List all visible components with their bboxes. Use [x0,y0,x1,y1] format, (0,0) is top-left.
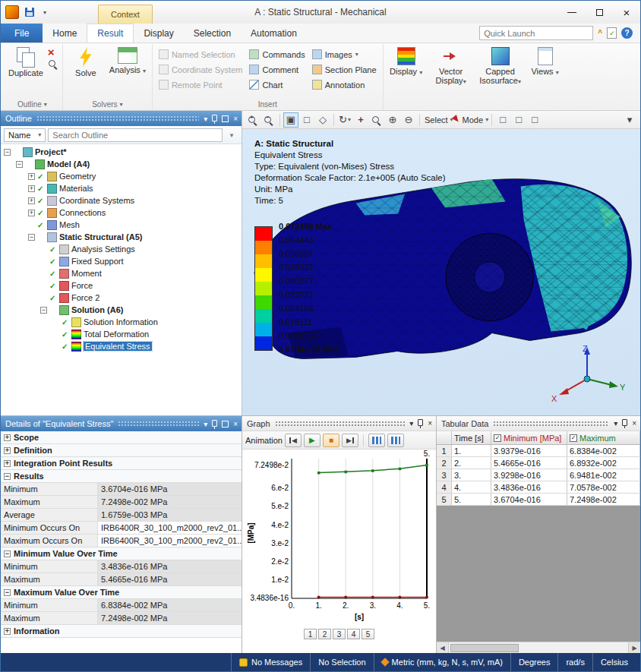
close-icon[interactable]: × [233,115,238,123]
tree-item-analysis-settings[interactable]: ✓Analysis Settings [1,243,242,255]
float-panel-icon[interactable] [222,115,229,122]
tab-result[interactable]: Result [87,24,134,43]
maximum-column-header[interactable]: ✓Maximum [567,431,640,444]
details-property-row[interactable]: Maximum7.2498e-002 MPa [1,496,242,509]
scroll-right-icon[interactable]: ▶ [628,642,640,653]
delete-button[interactable]: × [48,47,58,58]
details-category-row[interactable]: Definition [1,444,242,457]
page-button-2[interactable]: 2 [318,629,331,639]
panel-menu-icon[interactable]: ▾ [204,420,207,428]
expander-icon[interactable] [4,434,11,441]
play-button[interactable]: ▶ [304,434,320,447]
toolbar-overflow-icon[interactable]: ▾ [622,112,637,128]
tree-item-force-2[interactable]: ✓Force 2 [1,292,242,304]
quick-access-dropdown[interactable]: ▾ [37,5,52,20]
save-button[interactable] [22,5,37,20]
rotate-button[interactable]: ↻▾ [337,112,352,128]
skip-to-start-button[interactable]: ◀ [285,434,302,447]
tabular-panel-header[interactable]: Tabular Data ▾ × [437,416,640,431]
expander-icon[interactable] [4,551,11,557]
panel-menu-icon[interactable]: ▾ [409,419,413,427]
graphics-view[interactable]: A: Static Structural Equivalent Stress T… [242,129,640,415]
quick-launch-input[interactable] [479,26,593,40]
details-property-row[interactable]: Minimum6.8384e-002 MPa [1,599,242,612]
details-property-row[interactable]: Minimum3.4836e-016 MPa [1,560,242,573]
page-button-1[interactable]: 1 [304,629,317,639]
expander-icon[interactable] [4,149,11,156]
table-row[interactable]: 11.3.9379e-0166.8384e-002 [437,445,640,457]
expander-icon[interactable] [28,173,35,180]
zoom-fit-button[interactable]: ⊕ [385,112,400,128]
tab-selection[interactable]: Selection [184,24,241,43]
pin-icon[interactable] [212,420,217,427]
expander-icon[interactable] [4,473,11,480]
angle-units-status[interactable]: Degrees [510,653,558,671]
tree-item-static-structural[interactable]: Static Structural (A5) [1,231,242,243]
tree-item-materials[interactable]: ✓Materials [1,182,242,194]
tree-item-geometry[interactable]: ✓Geometry [1,170,242,182]
chart-export-button[interactable] [387,434,404,447]
duplicate-button[interactable]: Duplicate [6,45,46,78]
tab-home[interactable]: Home [43,24,87,43]
details-property-row[interactable]: Average1.6759e-003 MPa [1,509,242,522]
scrollbar-thumb[interactable] [450,644,519,652]
expander-icon[interactable] [28,185,35,192]
details-panel-header[interactable]: Details of "Equivalent Stress" ▾ × [1,416,242,431]
expander-icon[interactable] [28,234,35,241]
table-row[interactable]: 55.3.6704e-0167.2498e-002 [437,494,640,506]
page-button-3[interactable]: 3 [333,629,346,639]
capped-isosurface-button[interactable]: Capped Isosurface▾ [477,45,524,87]
details-category-row[interactable]: Results [1,470,242,483]
chart-view-button[interactable] [368,434,385,447]
units-status[interactable]: Metric (mm, kg, N, s, mV, mA) [374,653,510,671]
minimize-button[interactable]: — [558,1,586,24]
zoom-box-button[interactable] [369,112,384,128]
copy-view-button[interactable]: □ [495,112,510,128]
chart-button[interactable]: Chart [247,77,307,92]
details-property-row[interactable]: Minimum Occurs OnIRB6400R_30_100_m2000_r… [1,522,242,535]
search-outline-input[interactable] [48,128,223,142]
expander-icon[interactable] [28,197,35,204]
time-column-header[interactable]: Time [s] [452,431,491,444]
tree-item-mesh[interactable]: ✓Mesh [1,219,242,231]
chevron-down-icon[interactable]: ▾ [44,101,47,108]
pan-button[interactable]: + [353,112,368,128]
tab-display[interactable]: Display [134,24,183,43]
pin-icon[interactable] [622,419,627,426]
horizontal-scrollbar[interactable]: ◀ ▶ [437,642,640,653]
annotation-button[interactable]: Annotation [310,77,379,92]
expander-icon[interactable] [4,589,11,596]
zoom-out-button[interactable]: − [261,112,276,128]
tree-item-project[interactable]: Project* [1,146,242,158]
close-icon[interactable]: × [233,420,238,428]
tree-item-coordinate-systems[interactable]: ✓Coordinate Systems [1,194,242,207]
table-row[interactable]: 44.3.4836e-0167.0578e-002 [437,481,640,494]
stop-button[interactable]: ■ [323,434,339,447]
skip-to-end-button[interactable]: ▶ [342,434,358,447]
checkbox-icon[interactable]: ✓ [570,434,577,442]
expander-icon[interactable] [4,628,11,635]
panel-menu-icon[interactable]: ▾ [614,419,617,427]
temperature-units-status[interactable]: Celsius [592,653,636,671]
zoom-back-button[interactable]: ⊖ [401,112,416,128]
scroll-left-icon[interactable]: ◀ [437,642,449,653]
details-category-row[interactable]: Integration Point Results [1,457,242,470]
float-panel-icon[interactable] [222,421,229,427]
details-property-row[interactable]: Maximum5.4665e-016 MPa [1,573,242,586]
pin-icon[interactable] [418,419,423,426]
solve-button[interactable]: Solve [67,45,105,78]
select-mode-single-button[interactable]: □ [299,112,314,128]
app-icon[interactable] [5,5,19,19]
images-button[interactable]: Images▾ [310,47,379,62]
details-property-row[interactable]: Maximum Occurs OnIRB6400R_30_100_m2000_r… [1,535,242,547]
details-property-row[interactable]: Maximum7.2498e-002 MPa [1,612,242,625]
collapse-ribbon-icon[interactable]: ^ [598,29,602,37]
expander-icon[interactable] [4,460,11,467]
details-category-row[interactable]: Minimum Value Over Time [1,547,242,560]
tab-automation[interactable]: Automation [241,24,307,43]
details-category-row[interactable]: Scope [1,431,242,444]
commands-button[interactable]: Commands [247,47,307,62]
context-tab[interactable]: Context [98,5,153,24]
vector-display-button[interactable]: Vector Display▾ [428,45,475,87]
display-button[interactable]: Display ▾ [387,45,425,78]
